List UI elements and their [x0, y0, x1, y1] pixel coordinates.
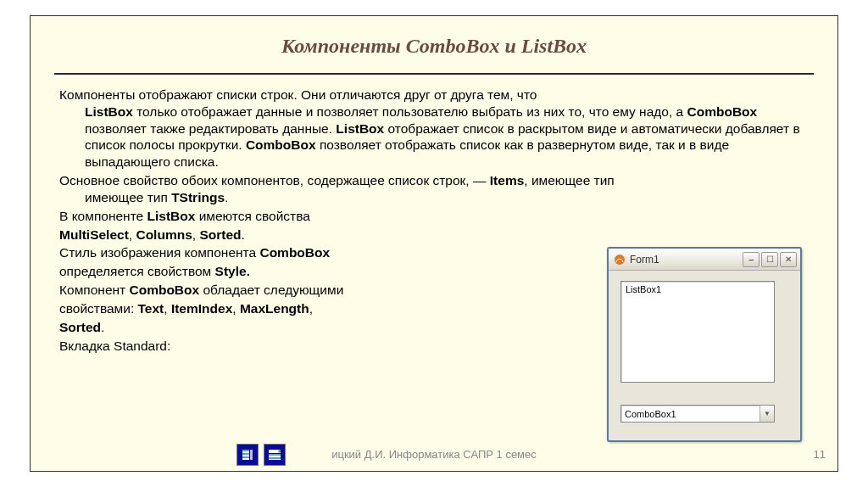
- text: ,: [232, 301, 240, 316]
- form-titlebar: Form1 ‒ ☐ ✕: [609, 249, 800, 271]
- text: Компонент: [59, 283, 129, 297]
- text: В компоненте: [59, 209, 147, 223]
- term-sorted: Sorted: [199, 227, 241, 242]
- term-combobox: ComboBox: [129, 283, 199, 297]
- text: ,: [309, 301, 313, 316]
- term-sorted: Sorted: [59, 320, 101, 334]
- paragraph-2: Основное свойство обоих компонентов, сод…: [59, 172, 809, 206]
- text: имеются свойства: [195, 209, 310, 223]
- text: позволяет также редактировать данные.: [85, 121, 336, 136]
- paragraph-1: Компоненты отображают списки строк. Они …: [59, 87, 809, 171]
- text-indent: ListBox только отображает данные и позво…: [59, 104, 809, 171]
- term-style: Style.: [215, 264, 250, 278]
- delphi-icon: [614, 254, 626, 266]
- combobox-control[interactable]: ComboBox1 ▼: [620, 405, 775, 423]
- line-3: В компоненте ListBox имеются свойства: [59, 208, 517, 225]
- line-5: Стиль изображения компонента ComboBox: [59, 244, 517, 261]
- line-8: свойствами: Text, ItemIndex, MaxLength,: [59, 300, 517, 317]
- term-columns: Columns: [136, 227, 192, 242]
- term-itemindex: ItemIndex: [171, 301, 232, 316]
- combobox-text: ComboBox1: [625, 409, 676, 419]
- text-indent: имеющее тип TStrings.: [59, 189, 809, 206]
- slide: Компоненты ComboBox и ListBox Компоненты…: [30, 15, 838, 472]
- term-tstrings: TStrings: [171, 190, 225, 204]
- term-combobox: ComboBox: [687, 104, 758, 119]
- line-9: Sorted.: [59, 319, 517, 336]
- text: .: [101, 320, 104, 334]
- term-multiselect: MultiSelect: [59, 227, 129, 242]
- form-preview-window: Form1 ‒ ☐ ✕ ListBox1 ComboBox1 ▼: [607, 247, 802, 442]
- line-10: Вкладка Standard:: [59, 338, 517, 355]
- line-6: определяется свойством Style.: [59, 263, 517, 280]
- term-listbox: ListBox: [85, 104, 133, 119]
- form-title: Form1: [630, 254, 659, 266]
- text: Стиль изображения компонента: [59, 245, 259, 260]
- term-listbox: ListBox: [147, 209, 195, 223]
- text: Основное свойство обоих компонентов, сод…: [59, 173, 490, 188]
- text: .: [225, 190, 228, 204]
- text: , имеющее тип: [524, 173, 614, 188]
- listbox-item: ListBox1: [626, 284, 661, 294]
- term-items: Items: [490, 173, 525, 188]
- text: обладает следующими: [199, 283, 343, 297]
- term-combobox: ComboBox: [259, 245, 330, 260]
- term-text: Text: [138, 301, 164, 316]
- line-4: MultiSelect, Columns, Sorted.: [59, 227, 517, 244]
- chevron-down-icon[interactable]: ▼: [760, 406, 774, 422]
- slide-footer: ицкий Д.И. Информатика САПР 1 семес: [31, 448, 837, 461]
- term-listbox: ListBox: [336, 121, 384, 136]
- text: имеющее тип: [85, 190, 171, 204]
- line-7: Компонент ComboBox обладает следующими: [59, 282, 517, 299]
- text: свойствами:: [59, 301, 138, 316]
- form-client-area: ListBox1 ComboBox1 ▼: [615, 277, 793, 434]
- term-maxlength: MaxLength: [240, 301, 309, 316]
- page-number: 11: [814, 448, 826, 461]
- text: Вкладка Standard:: [59, 339, 170, 353]
- minimize-button[interactable]: ‒: [743, 252, 760, 267]
- close-button[interactable]: ✕: [780, 252, 797, 267]
- text: .: [241, 227, 244, 242]
- text: только отображает данные и позволяет пол…: [133, 104, 687, 119]
- listbox-control[interactable]: ListBox1: [620, 281, 775, 383]
- title-underline: [54, 73, 814, 75]
- slide-title: Компоненты ComboBox и ListBox: [31, 35, 837, 58]
- term-combobox: ComboBox: [246, 137, 316, 152]
- maximize-button[interactable]: ☐: [761, 252, 778, 267]
- text: определяется свойством: [59, 264, 215, 278]
- svg-point-12: [615, 255, 625, 265]
- text: ,: [164, 301, 171, 316]
- text: Компоненты отображают списки строк. Они …: [59, 87, 537, 102]
- window-buttons: ‒ ☐ ✕: [743, 252, 797, 267]
